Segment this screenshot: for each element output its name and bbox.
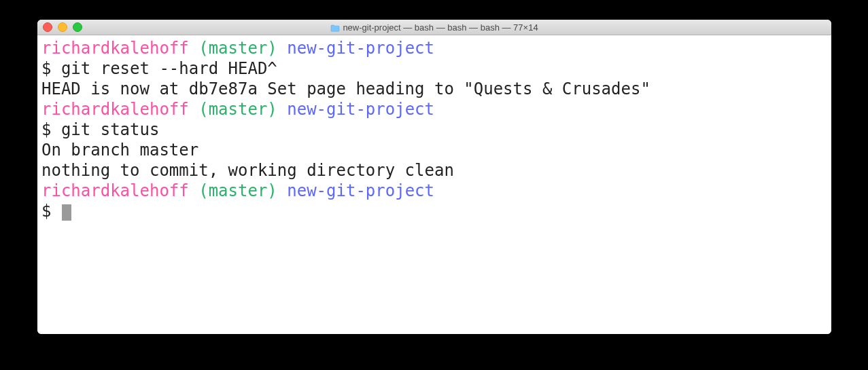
traffic-lights xyxy=(43,22,82,32)
prompt-user: richardkalehoff xyxy=(41,181,189,200)
prompt-user: richardkalehoff xyxy=(41,39,189,58)
command-line: $ git reset --hard HEAD^ xyxy=(41,58,827,79)
titlebar[interactable]: new-git-project — bash — bash — bash — 7… xyxy=(37,20,831,35)
folder-icon xyxy=(330,24,340,31)
output-line: On branch master xyxy=(41,140,827,160)
output-line: nothing to commit, working directory cle… xyxy=(41,160,827,181)
command-text: git reset --hard HEAD^ xyxy=(61,59,277,78)
prompt-symbol: $ xyxy=(41,120,61,139)
window-title: new-git-project — bash — bash — bash — 7… xyxy=(343,22,538,33)
command-input-line[interactable]: $ xyxy=(41,201,827,221)
prompt-symbol: $ xyxy=(41,59,61,78)
prompt-dir: new-git-project xyxy=(287,100,434,119)
terminal-window: new-git-project — bash — bash — bash — 7… xyxy=(37,20,831,334)
command-text: git status xyxy=(61,120,160,139)
output-line: HEAD is now at db7e87a Set page heading … xyxy=(41,79,827,99)
window-title-wrap: new-git-project — bash — bash — bash — 7… xyxy=(37,22,831,33)
prompt-branch: (master) xyxy=(198,181,277,200)
prompt-line: richardkalehoff (master) new-git-project xyxy=(41,181,827,201)
prompt-branch: (master) xyxy=(198,100,277,119)
close-button[interactable] xyxy=(43,22,52,32)
prompt-branch: (master) xyxy=(198,39,277,58)
terminal-body[interactable]: richardkalehoff (master) new-git-project… xyxy=(37,35,831,334)
prompt-line: richardkalehoff (master) new-git-project xyxy=(41,99,827,119)
maximize-button[interactable] xyxy=(73,22,82,32)
cursor xyxy=(62,204,71,221)
minimize-button[interactable] xyxy=(58,22,67,32)
prompt-dir: new-git-project xyxy=(287,39,434,58)
prompt-line: richardkalehoff (master) new-git-project xyxy=(41,38,827,58)
prompt-symbol: $ xyxy=(41,202,61,221)
prompt-user: richardkalehoff xyxy=(41,100,189,119)
prompt-dir: new-git-project xyxy=(287,181,434,200)
command-line: $ git status xyxy=(41,119,827,140)
